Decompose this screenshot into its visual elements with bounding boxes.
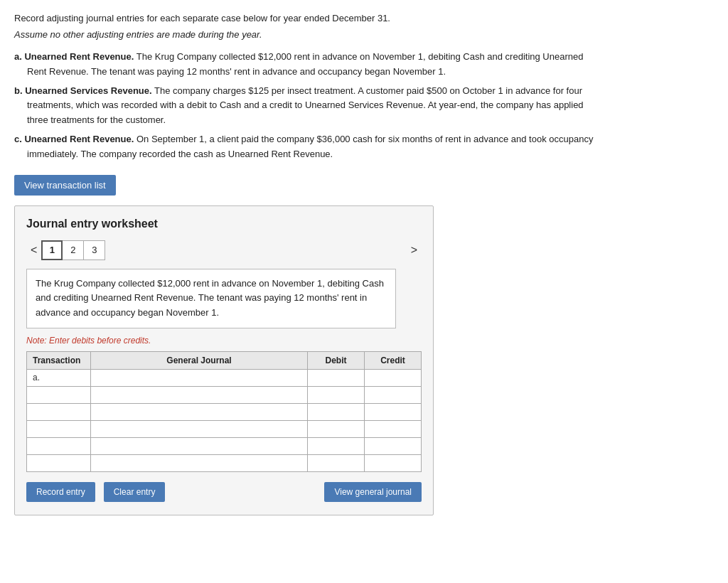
table-row — [27, 403, 422, 420]
worksheet-title: Journal entry worksheet — [26, 218, 422, 230]
general-journal-cell-4[interactable] — [91, 437, 308, 454]
debit-cell-4[interactable] — [308, 437, 365, 454]
debit-input-4[interactable] — [311, 441, 361, 451]
prev-page-arrow[interactable]: < — [26, 242, 41, 258]
credit-cell-5[interactable] — [365, 454, 422, 471]
page-tabs: 1 2 3 — [41, 240, 105, 260]
journal-entry-worksheet: Journal entry worksheet < 1 2 3 > The Kr… — [14, 205, 434, 515]
debit-cell-1[interactable] — [308, 386, 365, 403]
general-journal-cell-1[interactable] — [91, 386, 308, 403]
general-journal-input-5[interactable] — [94, 458, 304, 468]
transaction-cell-4 — [27, 437, 91, 454]
table-row — [27, 437, 422, 454]
transaction-cell-5 — [27, 454, 91, 471]
general-journal-input-0[interactable] — [94, 373, 304, 383]
credit-cell-0[interactable] — [365, 369, 422, 386]
debit-before-credits-note: Note: Enter debits before credits. — [26, 336, 422, 346]
clear-entry-button[interactable]: Clear entry — [104, 482, 166, 502]
col-header-transaction: Transaction — [27, 351, 91, 369]
table-row — [27, 386, 422, 403]
main-instruction: Record adjusting journal entries for eac… — [14, 13, 714, 23]
debit-input-0[interactable] — [311, 373, 361, 383]
case-c: c. Unearned Rent Revenue. On September 1… — [14, 132, 597, 162]
debit-input-3[interactable] — [311, 424, 361, 434]
page-tab-2[interactable]: 2 — [63, 240, 84, 260]
general-journal-cell-5[interactable] — [91, 454, 308, 471]
cases-list: a. Unearned Rent Revenue. The Krug Compa… — [14, 50, 714, 162]
transaction-cell-0: a. — [27, 369, 91, 386]
page-tab-1[interactable]: 1 — [41, 240, 63, 260]
general-journal-input-4[interactable] — [94, 441, 304, 451]
debit-cell-5[interactable] — [308, 454, 365, 471]
no-other-entries-note: Assume no other adjusting entries are ma… — [14, 29, 714, 40]
transaction-cell-3 — [27, 420, 91, 437]
next-page-arrow[interactable]: > — [407, 242, 422, 258]
general-journal-cell-3[interactable] — [91, 420, 308, 437]
table-row: a. — [27, 369, 422, 386]
credit-input-0[interactable] — [368, 373, 418, 383]
table-row — [27, 454, 422, 471]
pagination-row: < 1 2 3 > — [26, 240, 422, 260]
credit-input-5[interactable] — [368, 458, 418, 468]
view-general-journal-button[interactable]: View general journal — [324, 482, 422, 502]
case-description-box: The Krug Company collected $12,000 rent … — [26, 269, 396, 328]
case-a: a. Unearned Rent Revenue. The Krug Compa… — [14, 50, 597, 80]
view-transaction-list-button[interactable]: View transaction list — [14, 175, 116, 196]
general-journal-input-2[interactable] — [94, 407, 304, 417]
credit-input-2[interactable] — [368, 407, 418, 417]
journal-table: Transaction General Journal Debit Credit… — [26, 351, 422, 472]
action-buttons-row: Record entry Clear entry View general jo… — [26, 482, 422, 502]
col-header-credit: Credit — [365, 351, 422, 369]
debit-input-5[interactable] — [311, 458, 361, 468]
credit-cell-1[interactable] — [365, 386, 422, 403]
case-b: b. Unearned Services Revenue. The compan… — [14, 84, 597, 128]
credit-input-1[interactable] — [368, 390, 418, 400]
general-journal-input-3[interactable] — [94, 424, 304, 434]
debit-cell-0[interactable] — [308, 369, 365, 386]
general-journal-cell-0[interactable] — [91, 369, 308, 386]
credit-input-3[interactable] — [368, 424, 418, 434]
debit-input-1[interactable] — [311, 390, 361, 400]
record-entry-button[interactable]: Record entry — [26, 482, 95, 502]
transaction-cell-1 — [27, 386, 91, 403]
debit-input-2[interactable] — [311, 407, 361, 417]
credit-cell-3[interactable] — [365, 420, 422, 437]
col-header-general-journal: General Journal — [91, 351, 308, 369]
debit-cell-3[interactable] — [308, 420, 365, 437]
credit-cell-2[interactable] — [365, 403, 422, 420]
col-header-debit: Debit — [308, 351, 365, 369]
credit-input-4[interactable] — [368, 441, 418, 451]
table-row — [27, 420, 422, 437]
general-journal-input-1[interactable] — [94, 390, 304, 400]
general-journal-cell-2[interactable] — [91, 403, 308, 420]
page-tab-3[interactable]: 3 — [84, 240, 105, 260]
debit-cell-2[interactable] — [308, 403, 365, 420]
credit-cell-4[interactable] — [365, 437, 422, 454]
transaction-cell-2 — [27, 403, 91, 420]
